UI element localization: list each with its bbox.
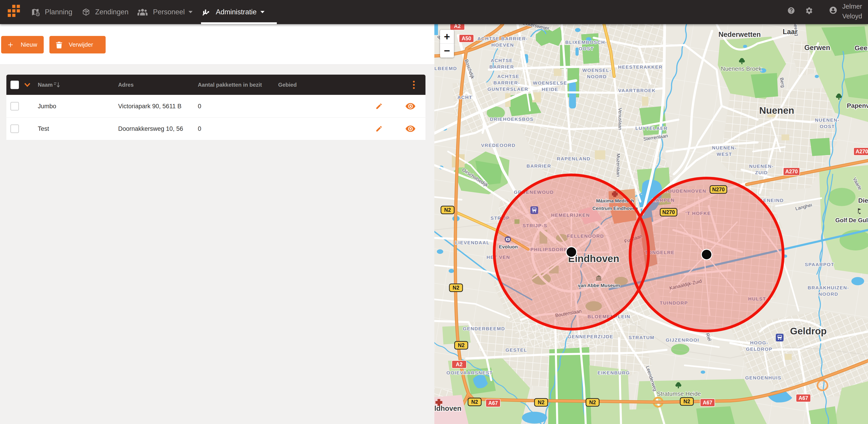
svg-text:DRIEHOEKSBOS: DRIEHOEKSBOS	[490, 117, 534, 122]
svg-text:BARRIER: BARRIER	[490, 64, 514, 69]
svg-text:EIKENBURG: EIKENBURG	[597, 370, 630, 375]
svg-text:HOOG-: HOOG-	[750, 340, 768, 345]
svg-text:N2: N2	[589, 399, 596, 405]
svg-text:ZUID: ZUID	[755, 170, 768, 175]
svg-text:GIJZENROOI: GIJZENROOI	[665, 337, 699, 343]
svg-text:BRAAKHUIZEN-: BRAAKHUIZEN-	[808, 285, 849, 290]
svg-text:Nederwetten: Nederwetten	[718, 31, 761, 38]
svg-text:A50: A50	[462, 35, 471, 41]
svg-text:NUENEN-: NUENEN-	[712, 145, 737, 150]
svg-text:ACHTSE: ACHTSE	[491, 58, 513, 63]
svg-text:A270: A270	[785, 168, 798, 174]
svg-text:N270: N270	[662, 209, 675, 215]
svg-text:VAARTBROEK: VAARTBROEK	[618, 88, 656, 93]
svg-text:N2: N2	[683, 398, 690, 404]
svg-text:Evoluon: Evoluon	[499, 244, 518, 249]
svg-text:STRATUM: STRATUM	[628, 335, 654, 340]
svg-text:HOEVEN: HOEVEN	[491, 42, 514, 47]
svg-text:HEIDE: HEIDE	[541, 87, 558, 92]
svg-text:A270: A270	[856, 149, 868, 155]
svg-text:Nuenen: Nuenen	[759, 105, 794, 116]
svg-text:N270: N270	[712, 187, 725, 192]
svg-text:GUNTERSLAER: GUNTERSLAER	[487, 87, 528, 92]
svg-text:A67: A67	[799, 395, 808, 401]
svg-text:ACHTSE BARRIER-: ACHTSE BARRIER-	[477, 36, 528, 41]
svg-text:Papenvoortse: Papenvoortse	[847, 102, 868, 109]
svg-text:VREDEOORD: VREDEOORD	[481, 142, 516, 148]
svg-text:OOIEVAARSNEST: OOIEVAARSNEST	[446, 370, 493, 375]
svg-text:NOORD: NOORD	[818, 291, 838, 297]
svg-text:NUENEN-: NUENEN-	[815, 118, 840, 123]
svg-text:SPAARPOT: SPAARPOT	[805, 262, 834, 267]
svg-text:LUYTELAER: LUYTELAER	[636, 126, 668, 131]
svg-text:NOORD: NOORD	[587, 74, 607, 79]
svg-text:van Abbe Museum: van Abbe Museum	[578, 283, 620, 288]
svg-text:N2: N2	[453, 285, 459, 291]
svg-text:A2: A2	[454, 24, 461, 29]
svg-text:OOST: OOST	[820, 124, 835, 129]
svg-text:GESTEL: GESTEL	[505, 347, 527, 353]
svg-text:N2: N2	[538, 399, 544, 405]
svg-text:Nuenens Broek: Nuenens Broek	[721, 65, 762, 72]
svg-text:N2: N2	[458, 343, 464, 348]
svg-text:Dieren: Dieren	[858, 197, 868, 204]
svg-text:N2: N2	[471, 399, 478, 405]
svg-text:WOENSELSE: WOENSELSE	[533, 80, 567, 86]
svg-text:BLIXEMBOSCH-: BLIXEMBOSCH-	[565, 40, 607, 45]
svg-text:NUENEN-: NUENEN-	[749, 164, 774, 169]
svg-text:GELDROP: GELDROP	[746, 347, 772, 352]
svg-text:A67: A67	[703, 400, 712, 405]
svg-text:Geldrop: Geldrop	[790, 326, 827, 336]
svg-text:Gerwen: Gerwen	[804, 44, 830, 52]
svg-text:OOST: OOST	[579, 46, 594, 51]
svg-text:Laar: Laar	[783, 28, 798, 36]
svg-text:Geenei: Geenei	[855, 44, 868, 52]
svg-text:BARRIER: BARRIER	[527, 163, 551, 168]
svg-text:Muzenlaan: Muzenlaan	[616, 154, 621, 177]
svg-text:Centrum Eindhoven: Centrum Eindhoven	[592, 206, 638, 211]
svg-text:N2: N2	[444, 207, 451, 213]
svg-text:Stratumse Heide: Stratumse Heide	[657, 390, 701, 397]
svg-text:ACHTSE: ACHTSE	[497, 74, 519, 79]
svg-text:RAPENLAND: RAPENLAND	[557, 156, 590, 161]
svg-text:WEST: WEST	[717, 152, 732, 157]
svg-text:WOENSEL-: WOENSEL-	[582, 68, 612, 73]
svg-text:GENOENHUIS: GENOENHUIS	[745, 375, 781, 380]
svg-text:GENDERBEEMD: GENDERBEEMD	[463, 326, 505, 331]
svg-text:ELBEEMD: ELBEEMD	[434, 66, 457, 71]
svg-text:A2: A2	[456, 361, 462, 367]
svg-text:HEESTERAKKER: HEESTERAKKER	[618, 64, 662, 70]
svg-text:Golf De Gulbe: Golf De Gulbe	[835, 217, 868, 224]
svg-text:BARRIER-: BARRIER-	[493, 80, 520, 85]
svg-text:Venuslaan: Venuslaan	[618, 108, 623, 130]
svg-text:GENNEPERZIJDE: GENNEPERZIJDE	[568, 334, 614, 339]
svg-text:A67: A67	[488, 400, 498, 406]
svg-text:LIEVENDAAL: LIEVENDAAL	[455, 240, 490, 245]
svg-text:ACHT: ACHT	[457, 95, 472, 100]
